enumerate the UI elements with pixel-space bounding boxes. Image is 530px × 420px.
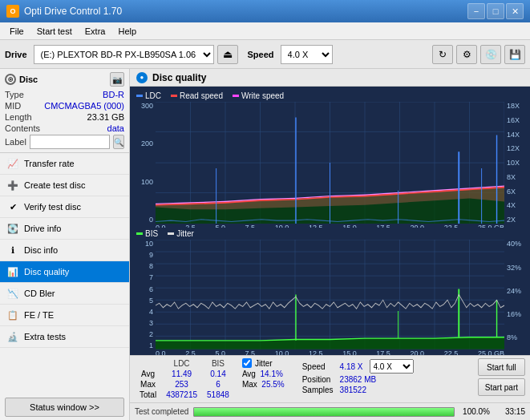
stats-max-row: Max 253 6 [135,379,234,390]
legend-bis: BIS [136,229,158,238]
nav-label-drive-info: Drive info [24,224,61,233]
jitter-stats: Jitter Avg 14.1% Max 25.5% [242,358,285,389]
chart1-y-axis-right: 18X16X14X12X10X8X6X4X2X [504,102,527,224]
nav-disc-quality[interactable]: 📊 Disc quality [0,261,129,283]
disc-quality-icon: 📊 [6,265,19,278]
bis-dot [136,232,143,235]
speed-value-cell: 4.18 X [337,358,366,374]
menu-help[interactable]: Help [111,25,143,38]
nav-fe-te[interactable]: 📋 FE / TE [0,305,129,326]
max-bis: 6 [202,379,234,390]
start-full-button[interactable]: Start full [478,358,525,376]
nav-disc-info[interactable]: ℹ Disc info [0,240,129,261]
samples-label-cell: Samples [299,385,337,395]
title-bar-left: O Opti Drive Control 1.70 [6,5,122,18]
speed-select-stats[interactable]: 4.0 X [370,359,414,374]
avg-bis: 0.14 [202,369,234,379]
progress-bar-inner [194,408,454,416]
disc-button[interactable]: 💿 [480,45,501,64]
type-label: Type [5,90,24,99]
toolbar: Drive (E:) PLEXTOR BD-R PX-LB950SA 1.06 … [0,40,530,69]
minimize-button[interactable]: − [467,3,485,19]
disc-type-row: Type BD-R [5,90,124,99]
nav-cd-bler[interactable]: 📉 CD Bler [0,283,129,305]
stats-avg-row: Avg 11.49 0.14 [135,369,234,379]
jitter-checkbox[interactable] [242,358,252,368]
eject-button[interactable]: ⏏ [217,45,238,64]
nav-label-cd-bler: CD Bler [24,289,55,298]
max-ldc: 253 [161,379,202,390]
disc-label-row: Label 🔍 [5,135,124,149]
disc-icon: ◎ [5,74,16,85]
menu-start-test[interactable]: Start test [30,25,79,38]
position-row: Position 23862 MB [299,374,417,385]
label-input[interactable] [30,135,110,149]
create-test-disc-icon: ➕ [6,179,19,192]
label-search-button[interactable]: 🔍 [113,135,124,149]
start-buttons: Start full Start part [478,358,525,396]
menu-file[interactable]: File [3,25,30,38]
status-text: Test completed [135,407,188,416]
speed-select[interactable]: 4.0 X [281,45,333,64]
total-bis: 51848 [202,390,234,400]
settings-button[interactable]: ⚙ [456,45,477,64]
transfer-rate-icon: 📈 [6,157,19,170]
chart1-inner: 3002001000 [133,102,527,224]
disc-title: Disc [19,75,38,84]
col-ldc: LDC [161,358,202,369]
chart2-inner: 10987654321 [133,240,527,349]
nav-label-verify-test-disc: Verify test disc [24,202,81,212]
chart2-svg [156,240,504,349]
disc-header-left: ◎ Disc [5,74,38,85]
jitter-avg-row: Avg 14.1% [242,370,285,378]
save-button[interactable]: 💾 [504,45,525,64]
window-controls: − □ ✕ [467,3,524,19]
nav-create-test-disc[interactable]: ➕ Create test disc [0,175,129,196]
disc-photo-button[interactable]: 📷 [110,72,124,87]
drive-label: Drive [5,50,27,59]
nav-label-disc-info: Disc info [24,245,58,255]
type-value: BD-R [103,90,124,99]
drive-info-icon: 💽 [6,222,19,235]
nav-label-extra-tests: Extra tests [24,332,66,341]
col-bis: BIS [202,358,234,369]
status-window-button[interactable]: Status window >> [5,398,124,417]
disc-panel: ◎ Disc 📷 Type BD-R MID CMCMAGBA5 (000) L… [0,69,129,153]
refresh-button[interactable]: ↻ [432,45,453,64]
menu-bar: File Start test Extra Help [0,22,530,40]
nav-verify-test-disc[interactable]: ✔ Verify test disc [0,196,129,218]
jitter-max-value: 25.5% [261,380,284,389]
legend-read-speed: Read speed [171,91,223,100]
max-label: Max [135,379,161,390]
nav-transfer-rate[interactable]: 📈 Transfer rate [0,153,129,175]
cd-bler-icon: 📉 [6,287,19,300]
stats-table: LDCBIS Avg 11.49 0.14 Max 253 6 Total [135,358,234,400]
chart1-container: LDC Read speed Write speed 3002001000 [133,90,527,226]
nav-drive-info[interactable]: 💽 Drive info [0,218,129,240]
app-icon: O [6,5,19,18]
nav-items: 📈 Transfer rate ➕ Create test disc ✔ Ver… [0,153,129,394]
drive-select[interactable]: (E:) PLEXTOR BD-R PX-LB950SA 1.06 [34,45,214,64]
extra-tests-icon: 🔬 [6,330,19,343]
nav-label-fe-te: FE / TE [24,310,54,320]
nav-label-create-test-disc: Create test disc [24,180,85,190]
content-area: ● Disc quality LDC Read speed [130,69,530,420]
samples-value-cell: 381522 [337,385,417,395]
chart2-x-axis: 0.02.55.07.510.012.515.017.520.022.525.0… [133,349,527,355]
nav-extra-tests[interactable]: 🔬 Extra tests [0,326,129,348]
chart1-legend: LDC Read speed Write speed [133,90,527,102]
stats-area: LDCBIS Avg 11.49 0.14 Max 253 6 Total [130,355,530,402]
maximize-button[interactable]: □ [487,3,504,19]
close-button[interactable]: ✕ [506,3,524,19]
chart2-container: BIS Jitter 10987654321 [133,228,527,352]
samples-row: Samples 381522 [299,385,417,395]
start-part-button[interactable]: Start part [478,378,525,396]
charts-area: LDC Read speed Write speed 3002001000 [130,87,530,355]
menu-extra[interactable]: Extra [79,25,112,38]
jitter-section: Jitter [242,358,285,368]
sidebar: ◎ Disc 📷 Type BD-R MID CMCMAGBA5 (000) L… [0,69,130,420]
label-label: Label [5,137,26,147]
verify-test-disc-icon: ✔ [6,200,19,213]
speed-label: Speed [248,50,274,59]
write-speed-label: Write speed [241,91,284,100]
